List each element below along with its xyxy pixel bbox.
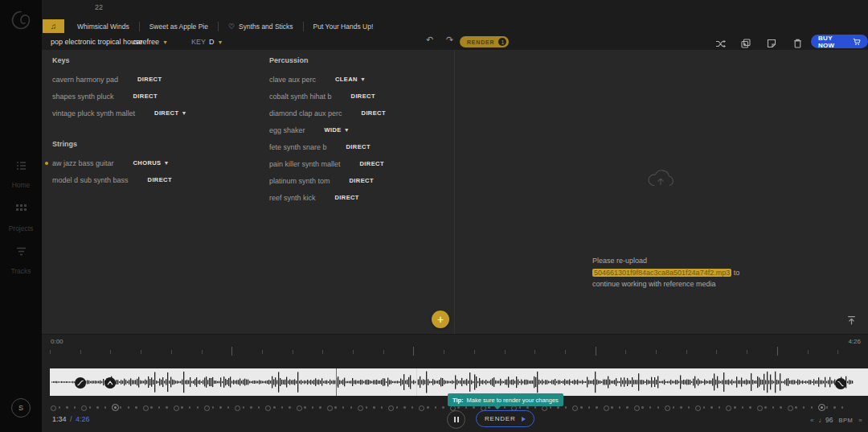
- section-caret-marker[interactable]: [104, 377, 116, 389]
- heart-icon[interactable]: ♡: [228, 22, 235, 31]
- stem-track-row[interactable]: pain killer synth mallet DIRECT: [269, 155, 450, 172]
- tab-label: Synths and Sticks: [239, 22, 293, 31]
- tab-whimsical-winds[interactable]: Whimsical Winds: [68, 22, 139, 31]
- stem-fx-selector[interactable]: DIRECT: [346, 143, 371, 150]
- beat-dot: [488, 406, 490, 409]
- music-studio-app: Home Projects Tracks S 22 ♫ Whimsical Wi…: [0, 0, 868, 432]
- beat-dot: [96, 406, 99, 409]
- stem-track-row[interactable]: model d sub synth bass DIRECT: [52, 171, 269, 188]
- bpm-increase-button[interactable]: »: [858, 417, 861, 424]
- stem-group-title: Percussion: [269, 56, 450, 66]
- stem-track-row[interactable]: cavern harmony pad DIRECT: [52, 71, 269, 88]
- sidebar-item-tracks[interactable]: Tracks: [0, 245, 42, 277]
- buy-now-button[interactable]: BUY NOW: [811, 35, 868, 48]
- redo-button[interactable]: ↷: [446, 35, 453, 45]
- tab-synths-and-sticks[interactable]: ♡ Synths and Sticks: [218, 22, 303, 31]
- tab-put-your-hands-up[interactable]: Put Your Hands Up!: [303, 22, 383, 31]
- bpm-number: 96: [825, 416, 833, 424]
- render-button-top[interactable]: RENDER 1: [460, 36, 509, 47]
- stem-fx-selector[interactable]: DIRECT: [351, 93, 375, 100]
- beat-dot: [734, 406, 736, 409]
- stem-track-row[interactable]: cobalt synth hihat b DIRECT: [269, 88, 450, 105]
- beat-dot: [442, 406, 444, 409]
- new-track-tab-button[interactable]: ♫: [43, 19, 64, 33]
- stem-fx-selector[interactable]: DIRECT: [148, 176, 172, 183]
- stem-fx-selector[interactable]: DIRECT: [133, 93, 158, 100]
- stem-track-row[interactable]: aw jazz bass guitar CHORUS ▼: [52, 154, 269, 171]
- stems-column-left: Keys cavern harmony pad DIRECT shapes sy…: [52, 56, 269, 207]
- bpm-decrease-button[interactable]: «: [810, 417, 813, 424]
- sidebar-item-projects[interactable]: Projects: [0, 202, 42, 234]
- beat-dots-bar[interactable]: [0, 401, 868, 412]
- stem-fx-selector[interactable]: DIRECT: [362, 109, 386, 117]
- stem-track-row[interactable]: fete synth snare b DIRECT: [269, 138, 450, 155]
- undo-button[interactable]: ↶: [426, 35, 433, 45]
- beat-dot: [289, 406, 291, 409]
- stem-track-name: platinum synth tom: [269, 177, 330, 185]
- ruler-tick: [231, 347, 232, 356]
- stem-fx-selector[interactable]: DIRECT: [360, 160, 384, 167]
- chevron-down-icon: ▼: [218, 39, 223, 45]
- app-logo-icon[interactable]: [10, 9, 32, 31]
- stem-group-body: aw jazz bass guitar CHORUS ▼ model d sub…: [52, 154, 269, 188]
- beat-dot: [833, 406, 836, 409]
- reupload-suffix: to: [734, 269, 740, 277]
- waveform-strip[interactable]: [50, 368, 868, 396]
- stem-track-row[interactable]: diamond clap aux perc DIRECT: [269, 105, 450, 121]
- fade-out-marker[interactable]: [835, 378, 846, 389]
- beat-dot: [611, 406, 613, 409]
- stem-fx-selector[interactable]: DIRECT: [137, 76, 162, 83]
- stem-fx-selector[interactable]: DIRECT: [335, 194, 359, 201]
- reference-filename: 504661301f9f84ac3ca8a501f24a74f2.mp3: [592, 269, 731, 277]
- beat-dot: [135, 406, 137, 409]
- upload-cloud-icon[interactable]: [645, 168, 676, 193]
- stem-track-row[interactable]: egg shaker WIDE ▼: [269, 121, 450, 138]
- beat-dot: [235, 405, 240, 411]
- stem-track-row[interactable]: shapes synth pluck DIRECT: [52, 88, 269, 105]
- sidebar-item-label: Tracks: [10, 267, 31, 275]
- user-avatar[interactable]: S: [11, 398, 31, 418]
- stem-fx-selector[interactable]: WIDE ▼: [325, 126, 350, 134]
- tip-text: Make sure to render your changes: [467, 397, 559, 404]
- beat-dot: [626, 406, 628, 409]
- reupload-line1: Please re-upload: [592, 257, 647, 265]
- ruler-tick: [353, 350, 354, 354]
- beat-dot: [473, 406, 475, 409]
- stem-track-name: clave aux perc: [269, 76, 316, 84]
- tab-sweet-as-apple-pie[interactable]: Sweet as Apple Pie: [139, 22, 218, 31]
- key-selector[interactable]: KEY D ▼: [191, 38, 223, 46]
- chevron-down-icon: ▼: [360, 76, 366, 82]
- playhead[interactable]: [336, 368, 337, 396]
- stem-track-row[interactable]: platinum synth tom DIRECT: [269, 172, 450, 189]
- fade-in-marker[interactable]: [75, 377, 86, 389]
- stem-track-row[interactable]: vintage pluck synth mallet DIRECT ▼: [52, 105, 269, 121]
- collapse-to-top-icon[interactable]: [847, 314, 856, 328]
- shuffle-icon[interactable]: [715, 37, 726, 51]
- mood-selector[interactable]: carefree ▼: [133, 38, 168, 46]
- beat-dot: [526, 406, 529, 409]
- ruler-tick: [202, 350, 203, 354]
- stem-fx-selector[interactable]: CHORUS ▼: [133, 159, 170, 167]
- stem-track-name: reef synth kick: [269, 194, 316, 202]
- pause-button[interactable]: [447, 410, 465, 429]
- sidebar-item-home[interactable]: Home: [0, 158, 42, 191]
- stem-track-row[interactable]: clave aux perc CLEAN ▼: [269, 71, 450, 88]
- add-stem-button[interactable]: +: [432, 311, 449, 328]
- key-value: D: [209, 38, 215, 46]
- timeline-ruler[interactable]: [42, 347, 868, 358]
- stem-fx-selector[interactable]: DIRECT: [350, 177, 374, 184]
- render-button-bottom[interactable]: RENDER: [476, 410, 534, 427]
- stem-track-row[interactable]: reef synth kick DIRECT: [269, 189, 450, 206]
- beat-dot: [703, 406, 706, 409]
- sidebar-item-label: Projects: [9, 224, 34, 232]
- stem-fx-selector[interactable]: CLEAN ▼: [335, 76, 366, 83]
- duplicate-icon[interactable]: [741, 37, 751, 51]
- stem-fx-label: DIRECT: [360, 160, 384, 167]
- beat-dot: [780, 406, 782, 409]
- beat-dot: [258, 406, 260, 409]
- beat-dot: [189, 406, 191, 409]
- stem-fx-selector[interactable]: DIRECT ▼: [154, 109, 186, 117]
- notes-icon[interactable]: [767, 37, 776, 51]
- sidebar: Home Projects Tracks S: [0, 0, 42, 432]
- trash-icon[interactable]: [793, 37, 802, 51]
